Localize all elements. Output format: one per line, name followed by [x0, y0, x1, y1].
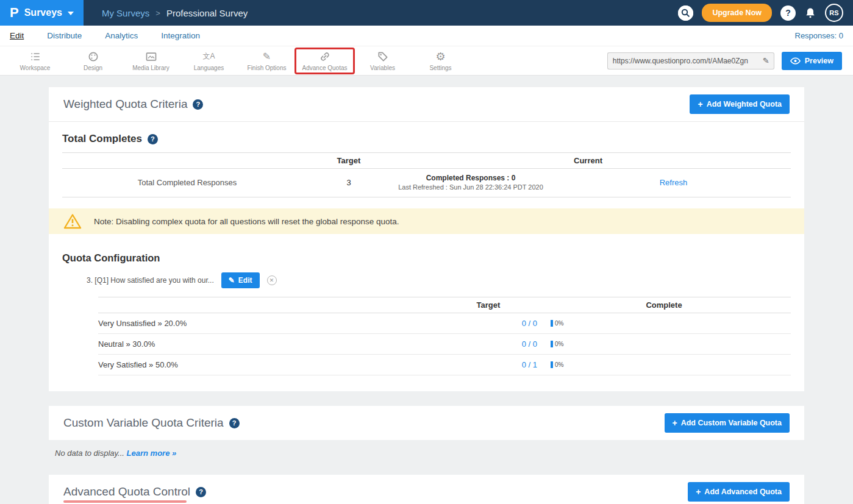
annotation-underline [63, 500, 187, 503]
quota-question-row: 3. [Q1] How satisfied are you with our..… [87, 272, 791, 288]
main-content: Weighted Quota Criteria ? Add Weighted Q… [0, 76, 853, 504]
quota-configuration-title: Quota Configuration [62, 252, 791, 264]
advanced-quota-card: Advanced Quota Control ? Add Advanced Qu… [49, 475, 804, 504]
quota-note-banner: Note: Disabling complex quota for all qu… [49, 208, 804, 234]
toolbar-item-label: Design [84, 65, 102, 71]
toolbar-item-finish-options[interactable]: ✎ Finish Options [238, 49, 296, 73]
add-custom-variable-quota-label: Add Custom Variable Quota [681, 419, 782, 427]
breadcrumb-separator: > [155, 9, 160, 18]
warning-icon [63, 213, 82, 229]
table-row: Total Completed Responses 3 Completed Re… [62, 169, 791, 197]
advanced-quota-title-label: Advanced Quota Control [63, 485, 190, 498]
advanced-quota-title-text: Advanced Quota Control [63, 485, 190, 499]
add-custom-variable-quota-button[interactable]: Add Custom Variable Quota [665, 413, 790, 433]
breadcrumb-my-surveys[interactable]: My Surveys [102, 8, 149, 18]
completes-row-label: Total Completed Responses [62, 178, 312, 187]
media-library-icon [145, 51, 157, 63]
quota-row-target: 0 / 0 [440, 339, 537, 349]
product-menu[interactable]: P Surveys [0, 0, 84, 26]
progress-bar [551, 341, 553, 347]
avatar[interactable]: RS [825, 4, 843, 22]
edit-toolbar: Workspace Design Media Library 文A Langua… [0, 46, 853, 76]
completed-responses-text: Completed Responses : 0 [385, 174, 556, 182]
quota-row-label: Very Unsatisfied » 20.0% [98, 319, 440, 328]
add-advanced-quota-button[interactable]: Add Advanced Quota [688, 482, 790, 502]
responses-count[interactable]: Responses: 0 [795, 31, 844, 40]
preview-button[interactable]: Preview [782, 52, 842, 70]
languages-icon: 文A [202, 51, 215, 63]
toolbar-item-design[interactable]: Design [64, 49, 122, 73]
toolbar-item-label: Languages [194, 65, 224, 71]
help-badge-icon[interactable]: ? [193, 99, 203, 110]
progress-bar [551, 361, 553, 368]
help-icon[interactable]: ? [780, 5, 796, 21]
learn-more-link[interactable]: Learn more » [127, 449, 177, 458]
tab-integration[interactable]: Integration [161, 31, 200, 40]
advanced-quota-title: Advanced Quota Control ? [63, 485, 206, 499]
help-badge-icon[interactable]: ? [229, 418, 240, 428]
survey-nav: Edit Distribute Analytics Integration Re… [0, 26, 853, 46]
no-data-text: No data to display... [55, 449, 124, 458]
bell-icon[interactable] [804, 6, 816, 20]
page-title: Professional Survey [166, 8, 248, 18]
topbar-actions: Upgrade Now ? RS [678, 4, 853, 22]
settings-icon: ⚙ [435, 51, 445, 63]
target-column-header: Target [312, 156, 385, 165]
search-icon[interactable] [678, 5, 693, 21]
table-row: Neutral » 30.0% 0 / 0 0% [98, 334, 791, 355]
custom-variable-quota-header: Custom Variable Quota Criteria ? Add Cus… [49, 406, 804, 440]
edit-pencil-icon: ✎ [229, 276, 235, 285]
edit-url-icon[interactable]: ✎ [758, 52, 774, 69]
tab-analytics[interactable]: Analytics [105, 31, 138, 40]
product-name: Surveys [24, 7, 62, 18]
quota-note-text: Note: Disabling complex quota for all qu… [94, 217, 399, 226]
current-column-header: Current [385, 156, 791, 165]
toolbar-item-label: Workspace [20, 65, 51, 71]
quota-row-progress: 0% [537, 341, 791, 347]
completes-target-value: 3 [312, 178, 385, 187]
custom-variable-quota-card: Custom Variable Quota Criteria ? Add Cus… [49, 406, 804, 440]
completes-table-header: Target Current [62, 152, 791, 169]
add-weighted-quota-label: Add Weighted Quota [707, 100, 782, 108]
questionpro-logo: P [10, 5, 19, 21]
toolbar-item-media-library[interactable]: Media Library [122, 49, 180, 73]
survey-url-input[interactable] [607, 52, 758, 69]
progress-percent: 0% [555, 341, 563, 347]
add-weighted-quota-button[interactable]: Add Weighted Quota [690, 94, 790, 114]
toolbar-item-languages[interactable]: 文A Languages [180, 49, 238, 73]
quotas-icon [319, 51, 331, 63]
edit-quota-button[interactable]: ✎ Edit [221, 272, 260, 288]
quota-row-label: Neutral » 30.0% [98, 339, 440, 349]
weighted-quota-body: Total Completes ? Target Current Total C… [49, 133, 804, 391]
quota-row-target: 0 / 0 [440, 319, 537, 328]
tab-distribute[interactable]: Distribute [47, 31, 82, 40]
toolbar-item-label: Settings [429, 65, 451, 71]
toolbar-item-advance-quotas[interactable]: Advance Quotas [296, 49, 354, 73]
tab-edit[interactable]: Edit [10, 31, 24, 40]
plus-icon [673, 418, 677, 428]
topbar: P Surveys My Surveys > Professional Surv… [0, 0, 853, 26]
custom-variable-quota-title: Custom Variable Quota Criteria ? [63, 416, 240, 430]
help-badge-icon[interactable]: ? [196, 487, 206, 497]
target-column-header: Target [440, 300, 537, 310]
help-badge-icon[interactable]: ? [148, 134, 158, 144]
chevron-down-icon [68, 12, 74, 15]
refresh-link[interactable]: Refresh [660, 178, 688, 187]
upgrade-now-button[interactable]: Upgrade Now [702, 4, 772, 22]
progress-percent: 0% [555, 361, 563, 368]
toolbar-item-label: Advance Quotas [302, 65, 348, 71]
divider [49, 121, 804, 122]
quota-row-label: Very Satisfied » 50.0% [98, 360, 440, 369]
toolbar-item-settings[interactable]: ⚙ Settings [412, 49, 469, 73]
quota-row-progress: 0% [537, 361, 791, 368]
eye-icon [790, 57, 801, 65]
quota-table: Target Complete Very Unsatisfied » 20.0%… [98, 297, 791, 375]
progress-percent: 0% [555, 320, 563, 327]
toolbar-item-variables[interactable]: Variables [354, 49, 412, 73]
last-refreshed-text: Last Refreshed : Sun Jun 28 22:36:24 PDT… [385, 183, 556, 191]
remove-quota-icon[interactable] [267, 275, 277, 285]
toolbar-item-workspace[interactable]: Workspace [6, 49, 64, 73]
weighted-quota-card: Weighted Quota Criteria ? Add Weighted Q… [49, 87, 804, 391]
add-advanced-quota-label: Add Advanced Quota [704, 488, 782, 496]
table-row: Very Satisfied » 50.0% 0 / 1 0% [98, 355, 791, 375]
